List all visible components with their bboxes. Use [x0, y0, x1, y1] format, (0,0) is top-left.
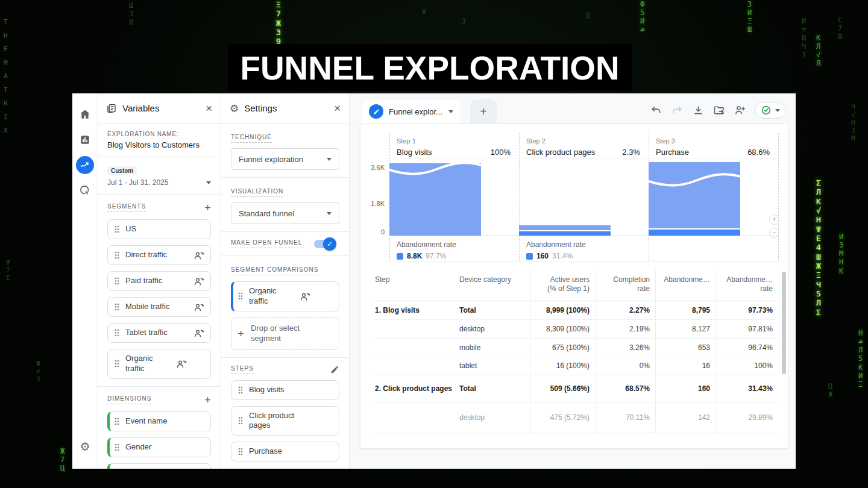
chip-label: Click product pages	[249, 411, 295, 431]
person-share-icon	[300, 292, 310, 301]
nav-admin-button[interactable]: ⚙	[72, 434, 98, 459]
edit-steps-pencil-icon[interactable]	[330, 365, 339, 374]
segment-chip[interactable]: Tablet traffic	[107, 323, 211, 343]
matrix-column: Ч √ Н 3 М	[851, 104, 855, 143]
table-cell: 2. Click product pages	[374, 384, 459, 393]
visualization-section: VISUALIZATION Standard funnel	[221, 178, 349, 232]
table-cell: Total	[459, 384, 530, 393]
drop-segment-target[interactable]: + Drop or select segment	[231, 318, 339, 350]
download-icon[interactable]	[691, 104, 705, 117]
dimension-chip[interactable]: Country	[107, 463, 211, 469]
chip-label: Purchase	[249, 446, 333, 457]
table-scrollbar[interactable]	[782, 272, 786, 374]
matrix-column: Д	[586, 12, 590, 20]
settings-close-icon[interactable]: ×	[334, 102, 341, 114]
dimension-chip[interactable]: Event name	[107, 411, 211, 431]
matrix-column: И 3 М Н К	[839, 233, 843, 275]
segment-comparisons-list: Organic traffic	[231, 281, 339, 311]
add-segment-icon[interactable]: +	[204, 202, 211, 213]
table-cell: 142	[655, 413, 715, 422]
table-cell: 653	[655, 343, 715, 352]
visualization-select[interactable]: Standard funnel	[231, 202, 339, 224]
drag-handle-icon	[237, 292, 244, 301]
abandonment-cell: Abandonment rate16031.4%	[519, 239, 649, 261]
dimension-chip[interactable]: Gender	[107, 437, 211, 457]
matrix-column: Ψ 7 Σ	[6, 259, 10, 283]
table-header-row: StepDevice categoryActive users(% of Ste…	[374, 270, 778, 301]
segment-chip[interactable]: Organic traffic	[107, 349, 211, 379]
date-range-section[interactable]: Custom Jul 1 - Jul 31, 2025	[98, 157, 221, 195]
plus-icon: +	[237, 328, 244, 339]
segment-chip[interactable]: Direct traffic	[107, 245, 211, 265]
exploration-tab[interactable]: Funnel explor...	[362, 99, 461, 124]
explore-icon	[76, 156, 94, 174]
funnel-step-chip[interactable]: Click product pages	[231, 406, 339, 436]
segment-chip[interactable]: US	[107, 219, 211, 239]
chevron-down-icon	[775, 109, 780, 112]
steps-section: STEPS Blog visitsClick product pagesPurc…	[221, 358, 349, 469]
table-cell: 3.26%	[595, 343, 655, 352]
toggle-check-icon: ✓	[323, 237, 336, 251]
table-cell: 160	[655, 384, 715, 393]
variables-close-icon[interactable]: ×	[206, 102, 212, 114]
chip-label: Event name	[125, 416, 204, 427]
person-share-icon	[194, 277, 204, 286]
export-folder-icon[interactable]	[712, 104, 726, 117]
segment-chip[interactable]: Mobile traffic	[107, 297, 211, 317]
funnel-trend-wave	[649, 170, 740, 191]
table-cell: 96.74%	[715, 343, 778, 352]
matrix-column: 3 И Ξ Ш	[747, 0, 752, 34]
settings-header: ⚙ Settings ×	[221, 93, 349, 124]
funnel-step-rate: 68.6%	[747, 148, 770, 157]
nav-advertising-button[interactable]	[72, 178, 98, 203]
segment-comparison-chip[interactable]: Organic traffic	[231, 281, 339, 311]
nav-explore-button[interactable]	[72, 152, 98, 178]
open-funnel-label: MAKE OPEN FUNNEL	[231, 239, 302, 248]
new-tab-button[interactable]: +	[470, 99, 497, 124]
drag-handle-icon	[114, 302, 120, 311]
table-cell: 2.27%	[595, 306, 655, 315]
plot-baseline	[389, 236, 778, 236]
table-cell: tablet	[459, 361, 530, 371]
funnel-step-header: Step 2Click product pages2.3%	[519, 133, 649, 157]
segment-chip[interactable]: Paid traffic	[107, 271, 211, 291]
header-line1: Device category	[459, 275, 524, 284]
chevron-down-icon	[448, 110, 453, 113]
y-axis-tick: 1.8K	[360, 200, 385, 207]
add-dimension-icon[interactable]: +	[204, 394, 211, 405]
approval-status-button[interactable]	[755, 102, 786, 119]
header-line2: rate	[716, 284, 773, 293]
table-cell: 16	[655, 361, 715, 371]
steps-label: STEPS	[231, 365, 254, 374]
settings-gear-icon: ⚙	[230, 102, 239, 114]
technique-select[interactable]: Funnel exploration	[231, 148, 339, 170]
open-funnel-toggle[interactable]: ✓	[314, 240, 333, 248]
date-range-value: Jul 1 - Jul 31, 2025	[107, 178, 168, 187]
visualization-label: VISUALIZATION	[231, 188, 283, 197]
funnel-step-chip[interactable]: Purchase	[231, 442, 339, 461]
header-line1: Active users	[530, 275, 590, 284]
redo-icon[interactable]	[670, 104, 684, 117]
chip-label: Tablet traffic	[125, 328, 189, 338]
chip-label: US	[125, 224, 204, 234]
table-column-separator	[715, 270, 716, 433]
exploration-name-value[interactable]: Blog Visitors to Customers	[107, 140, 211, 149]
exploration-name-label: EXPLORATION NAME:	[107, 131, 211, 137]
matrix-column: С 7 Ф	[838, 16, 842, 41]
dimensions-label: DIMENSIONS	[107, 395, 151, 404]
share-add-people-icon[interactable]	[734, 104, 747, 117]
undo-icon[interactable]	[649, 104, 662, 117]
title-banner: FUNNEL EXPLORATION	[228, 44, 632, 91]
nav-home-button[interactable]	[72, 102, 98, 127]
variables-icon	[106, 103, 117, 114]
drag-handle-icon	[237, 447, 244, 456]
table-cell: 97.73%	[715, 306, 778, 315]
table-row: tablet16 (100%)0%16100%	[374, 357, 778, 375]
funnel-step-number: Step 2	[526, 137, 640, 145]
bar-chart-icon	[80, 134, 90, 145]
table-cell: 31.43%	[715, 384, 778, 393]
funnel-step-chip[interactable]: Blog visits	[231, 380, 339, 400]
header-line2: (% of Step 1)	[530, 284, 590, 293]
variables-panel: Variables × EXPLORATION NAME: Blog Visit…	[98, 93, 221, 469]
nav-reports-button[interactable]	[72, 127, 98, 152]
